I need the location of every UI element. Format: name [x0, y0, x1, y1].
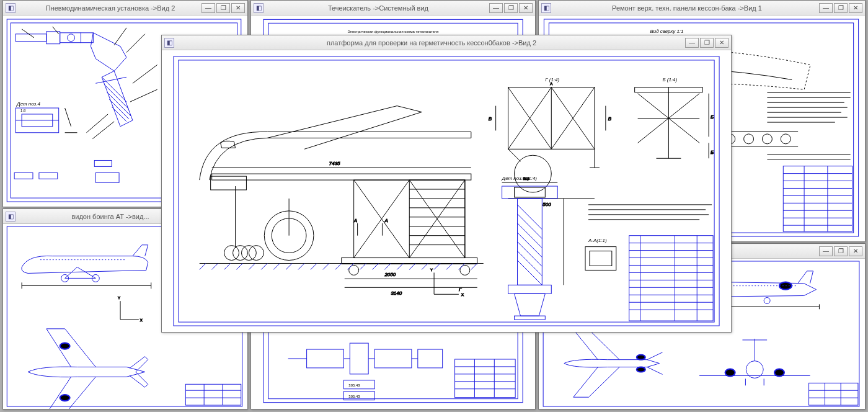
svg-rect-43: [350, 343, 368, 374]
svg-text:X: X: [140, 318, 143, 322]
svg-line-7: [95, 77, 126, 83]
close-button[interactable]: ✕: [231, 3, 245, 13]
svg-point-129: [774, 369, 784, 377]
svg-text:А-А(1:1): А-А(1:1): [588, 238, 607, 243]
svg-text:2050: 2050: [384, 272, 396, 277]
minimize-button[interactable]: —: [202, 3, 215, 13]
svg-rect-251: [590, 251, 612, 266]
svg-point-140: [224, 246, 239, 261]
titlebar[interactable]: ◧ Ремонт верх. техн. панели кессон-бака …: [539, 1, 865, 16]
svg-point-115: [764, 297, 770, 303]
close-button[interactable]: ✕: [519, 3, 533, 13]
svg-line-123: [647, 367, 663, 375]
window-title: Ремонт верх. техн. панели кессон-бака ->…: [555, 4, 819, 12]
svg-text:1:8: 1:8: [20, 109, 26, 112]
svg-line-13: [22, 29, 34, 38]
svg-text:Y: Y: [430, 268, 433, 272]
minimize-button[interactable]: —: [685, 38, 699, 48]
svg-text:Электрическая функциональная с: Электрическая функциональная схема течеи…: [347, 30, 438, 34]
svg-point-128: [725, 369, 735, 377]
svg-text:500: 500: [542, 202, 551, 207]
svg-line-168: [224, 263, 231, 269]
svg-point-67: [781, 134, 790, 144]
svg-point-5: [68, 34, 75, 42]
svg-line-242: [517, 233, 542, 258]
svg-text:X: X: [461, 293, 464, 297]
svg-line-10: [107, 92, 131, 117]
svg-rect-107: [185, 384, 241, 405]
svg-rect-42: [307, 349, 344, 368]
maximize-button[interactable]: ❐: [834, 246, 848, 256]
svg-line-177: [335, 263, 342, 269]
svg-line-240: [517, 214, 542, 239]
svg-point-120: [637, 355, 645, 360]
svg-line-245: [517, 261, 542, 285]
svg-text:305:43: 305:43: [348, 395, 360, 398]
svg-text:500: 500: [523, 177, 529, 181]
svg-rect-27: [95, 172, 119, 182]
svg-line-18: [130, 89, 157, 102]
svg-rect-2: [16, 34, 46, 42]
svg-text:Б: Б: [711, 114, 714, 120]
drawing-canvas[interactable]: X Y 7435 2050 3140 А А Г: [162, 50, 731, 332]
svg-line-169: [236, 263, 242, 269]
svg-line-174: [298, 263, 304, 269]
svg-point-101: [60, 343, 70, 349]
close-button[interactable]: ✕: [849, 3, 862, 13]
svg-point-102: [60, 395, 70, 401]
svg-point-65: [744, 134, 754, 144]
svg-rect-147: [211, 176, 247, 190]
window-platform[interactable]: ◧ платформа для проверки на герметичност…: [161, 35, 732, 333]
svg-rect-6: [81, 33, 93, 43]
svg-line-15: [114, 28, 126, 45]
svg-rect-44: [374, 349, 412, 368]
app-icon: ◧: [254, 3, 264, 13]
svg-text:А: А: [384, 218, 388, 223]
close-button[interactable]: ✕: [849, 246, 862, 256]
maximize-button[interactable]: ❐: [216, 3, 230, 13]
svg-text:Б: Б: [711, 150, 714, 155]
svg-line-14: [53, 27, 59, 34]
close-button[interactable]: ✕: [715, 38, 728, 48]
svg-rect-256: [629, 236, 713, 321]
svg-point-69: [746, 137, 751, 141]
app-icon: ◧: [541, 3, 551, 13]
svg-rect-237: [508, 285, 552, 293]
svg-rect-138: [179, 60, 714, 322]
svg-line-28: [65, 108, 71, 127]
svg-text:Дет поз.4: Дет поз.4: [16, 101, 40, 107]
svg-line-243: [517, 242, 542, 267]
svg-text:А: А: [550, 82, 552, 86]
svg-text:3140: 3140: [391, 290, 402, 296]
svg-text:Б (1:4): Б (1:4): [662, 77, 677, 83]
titlebar[interactable]: ◧ Пневмодинамическая установка ->Вид 2 —…: [3, 1, 247, 16]
svg-rect-238: [515, 316, 546, 320]
svg-line-176: [323, 263, 329, 269]
svg-point-121: [637, 367, 645, 372]
svg-line-175: [311, 263, 317, 269]
svg-line-16: [126, 34, 145, 53]
titlebar[interactable]: ◧ платформа для проверки на герметичност…: [162, 35, 731, 50]
svg-rect-132: [809, 383, 858, 405]
minimize-button[interactable]: —: [819, 246, 833, 256]
svg-line-9: [104, 84, 129, 109]
svg-text:А: А: [353, 218, 357, 223]
mdi-desktop: ◧ Пневмодинамическая установка ->Вид 2 —…: [0, 0, 868, 412]
svg-line-239: [517, 205, 542, 230]
svg-text:Дет поз.1 (1:4): Дет поз.1 (1:4): [502, 176, 538, 181]
svg-text:305:43: 305:43: [348, 383, 360, 387]
svg-rect-148: [212, 174, 471, 180]
minimize-button[interactable]: —: [489, 3, 503, 13]
maximize-button[interactable]: ❐: [504, 3, 518, 13]
svg-line-167: [212, 263, 218, 269]
svg-line-170: [249, 263, 255, 269]
svg-text:В: В: [608, 117, 612, 122]
maximize-button[interactable]: ❐: [834, 3, 848, 13]
svg-point-70: [764, 137, 769, 141]
titlebar[interactable]: ◧ Течеискатель ->Системный вид — ❐ ✕: [251, 1, 535, 16]
svg-rect-83: [783, 166, 852, 231]
window-title: платформа для проверки на герметичность …: [178, 39, 685, 47]
maximize-button[interactable]: ❐: [700, 38, 714, 48]
svg-rect-45: [418, 349, 443, 368]
minimize-button[interactable]: —: [819, 3, 833, 13]
